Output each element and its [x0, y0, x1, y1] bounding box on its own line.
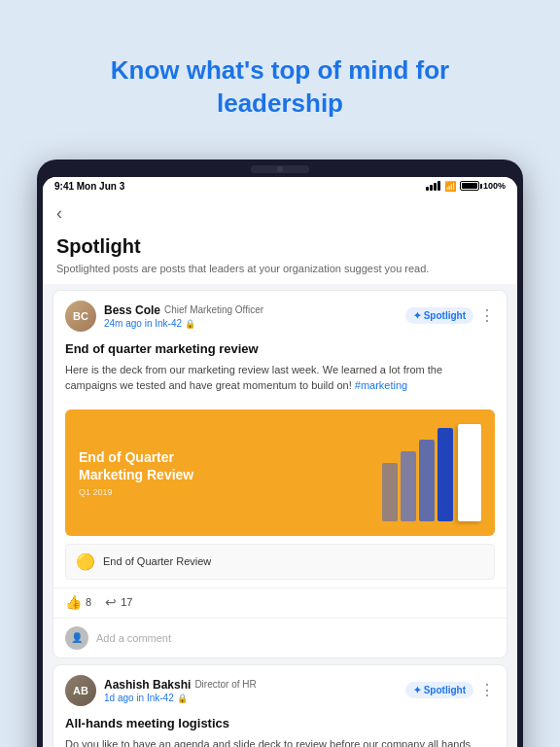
- card-body-1: End of quarter marketing review Here is …: [53, 338, 507, 409]
- spotlight-label-1: Spotlight: [424, 310, 466, 321]
- post-card-2: AB Aashish Bakshi Director of HR 1d ago …: [52, 664, 508, 747]
- post-text-2: Do you like to have an agenda and slide …: [65, 736, 495, 747]
- avatar-initials-bess: BC: [73, 310, 88, 322]
- battery-pct: 100%: [483, 181, 506, 191]
- spotlight-badge-1[interactable]: ✦ Spotlight: [405, 307, 473, 324]
- signal-bars-icon: [426, 181, 440, 191]
- device-camera-notch: [251, 165, 309, 173]
- post-meta-2: 1d ago in Ink-42 🔒: [104, 693, 257, 703]
- doc-icon: 🟡: [76, 552, 95, 571]
- preview-text-block: End of Quarter Marketing Review Q1 2019: [79, 448, 193, 497]
- author-details-1: Bess Cole Chief Marketing Officer 24m ag…: [104, 303, 263, 329]
- screen-content: ‹ Spotlight Spotlighted posts are posts …: [43, 196, 517, 747]
- avatar-initials-aashish: AB: [73, 685, 88, 696]
- post-meta-1: 24m ago in Ink-42 🔒: [104, 318, 263, 329]
- card-header-1: BC Bess Cole Chief Marketing Officer 24m…: [53, 291, 507, 338]
- status-right: 📶 100%: [426, 181, 506, 192]
- thumbs-up-icon: 👍: [65, 594, 82, 610]
- hero-title: Know what's top of mind for leadership: [72, 27, 488, 140]
- status-time: 9:41 Mon Jun 3: [54, 181, 124, 192]
- post-card-1: BC Bess Cole Chief Marketing Officer 24m…: [52, 290, 508, 658]
- reply-count-1: 17: [121, 596, 132, 608]
- spotlight-star-icon-1: ✦: [413, 310, 421, 321]
- card-header-right-2: ✦ Spotlight ⋮: [405, 681, 495, 699]
- reply-icon: ↩: [105, 594, 117, 610]
- image-preview-1[interactable]: End of Quarter Marketing Review Q1 2019: [65, 409, 495, 536]
- preview-title: End of Quarter Marketing Review: [79, 448, 193, 483]
- author-role-2: Director of HR: [194, 679, 256, 690]
- top-nav: ‹: [43, 196, 517, 231]
- author-info-left-2: AB Aashish Bakshi Director of HR 1d ago …: [65, 675, 257, 706]
- card-body-2: All-hands meeting logistics Do you like …: [53, 712, 507, 747]
- device-frame: 9:41 Mon Jun 3 📶 100% ‹: [37, 160, 523, 747]
- author-role-1: Chief Marketing Officer: [164, 304, 263, 315]
- avatar-bess: BC: [65, 301, 96, 332]
- page-title: Spotlight: [56, 235, 504, 258]
- commenter-avatar: 👤: [65, 626, 88, 650]
- author-name-1: Bess Cole: [104, 303, 160, 317]
- stack-graphic: [382, 424, 481, 521]
- hero-section: Know what's top of mind for leadership: [23, 0, 537, 160]
- author-details-2: Aashish Bakshi Director of HR 1d ago in …: [104, 678, 257, 703]
- post-text-1: Here is the deck from our marketing revi…: [65, 362, 495, 394]
- author-name-2: Aashish Bakshi: [104, 678, 191, 692]
- reply-button-1[interactable]: ↩ 17: [105, 594, 132, 610]
- spotlight-badge-2[interactable]: ✦ Spotlight: [405, 682, 473, 698]
- comment-placeholder-1: Add a comment: [96, 632, 171, 644]
- more-button-2[interactable]: ⋮: [479, 681, 495, 699]
- battery-icon: [460, 181, 479, 191]
- page-header: Spotlight Spotlighted posts are posts th…: [43, 231, 517, 284]
- spotlight-label-2: Spotlight: [424, 685, 466, 695]
- doc-name: End of Quarter Review: [103, 555, 211, 567]
- page-subtitle: Spotlighted posts are posts that leaders…: [56, 262, 504, 276]
- post-title-2: All-hands meeting logistics: [65, 716, 495, 730]
- comment-section-1[interactable]: 👤 Add a comment: [53, 618, 507, 658]
- avatar-aashish: AB: [65, 675, 96, 706]
- card-header-2: AB Aashish Bakshi Director of HR 1d ago …: [53, 665, 507, 712]
- card-actions-1: 👍 8 ↩ 17: [53, 587, 507, 618]
- post-title-1: End of quarter marketing review: [65, 341, 495, 356]
- preview-image-bg: End of Quarter Marketing Review Q1 2019: [65, 409, 495, 536]
- device-screen: 9:41 Mon Jun 3 📶 100% ‹: [43, 177, 517, 747]
- doc-preview-1[interactable]: 🟡 End of Quarter Review: [65, 544, 495, 580]
- like-count-1: 8: [86, 596, 91, 608]
- more-button-1[interactable]: ⋮: [479, 306, 495, 325]
- back-button[interactable]: ‹: [56, 203, 62, 224]
- author-info-left-1: BC Bess Cole Chief Marketing Officer 24m…: [65, 301, 263, 332]
- wifi-icon: 📶: [444, 181, 456, 192]
- preview-subtitle: Q1 2019: [79, 487, 193, 497]
- spotlight-star-icon-2: ✦: [413, 685, 421, 695]
- hashtag-1[interactable]: #marketing: [355, 379, 407, 391]
- like-button-1[interactable]: 👍 8: [65, 594, 91, 610]
- card-header-right-1: ✦ Spotlight ⋮: [405, 306, 495, 325]
- status-bar: 9:41 Mon Jun 3 📶 100%: [43, 177, 517, 196]
